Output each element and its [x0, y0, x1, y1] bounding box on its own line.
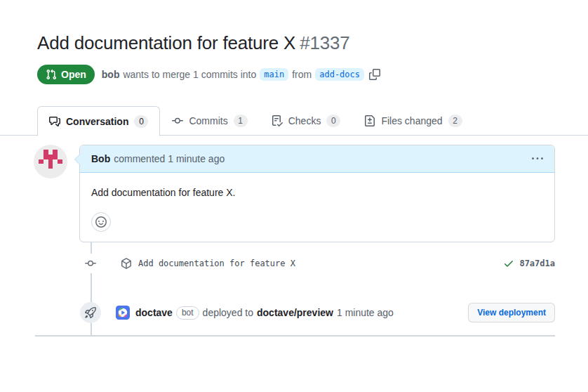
comment-body: Add documentation for feature X.	[80, 173, 554, 242]
comment-header: Bob commented 1 minute ago	[80, 145, 554, 173]
tab-checks-count: 0	[326, 115, 340, 127]
commit-row: Add documentation for feature X 87a7d1a	[35, 252, 555, 275]
tab-checks[interactable]: Checks 0	[260, 106, 353, 136]
commit-sha-link[interactable]: 87a7d1a	[519, 259, 555, 268]
status-badge: Open	[37, 65, 95, 84]
commit-message-link[interactable]: Add documentation for feature X	[138, 259, 295, 268]
check-icon[interactable]	[503, 258, 514, 269]
tab-commits[interactable]: Commits 1	[160, 106, 259, 136]
from-text: from	[292, 69, 312, 80]
smiley-icon	[95, 216, 107, 228]
deployment-app-name[interactable]: doctave	[135, 307, 173, 318]
checklist-icon	[272, 115, 283, 126]
copy-branch-button[interactable]	[369, 69, 380, 80]
tab-files-changed-label: Files changed	[381, 115, 442, 126]
pr-meta-row: Open bob wants to merge 1 commits into m…	[35, 65, 555, 84]
view-deployment-button[interactable]: View deployment	[468, 303, 555, 322]
comment-discussion-icon	[49, 116, 60, 127]
git-commit-timeline-icon	[85, 254, 96, 273]
tab-commits-label: Commits	[189, 115, 227, 126]
author-link[interactable]: bob	[102, 69, 120, 80]
deployment-action: deployed to	[203, 307, 253, 318]
comment-timestamp[interactable]: 1 minute ago	[168, 153, 225, 164]
comment-options-button[interactable]	[532, 153, 543, 164]
commit-status: 87a7d1a	[503, 258, 555, 269]
comment: Bob commented 1 minute ago Add documenta…	[79, 145, 555, 242]
rocket-icon	[80, 302, 101, 323]
comment-author[interactable]: Bob	[91, 153, 110, 164]
pr-tab-nav: Conversation 0 Commits 1 Checks 0 Files …	[35, 106, 555, 136]
tab-files-changed-count: 2	[448, 115, 462, 127]
deployment-timestamp: 1 minute ago	[337, 307, 394, 318]
add-reaction-button[interactable]	[91, 212, 111, 232]
pr-timeline: Bob commented 1 minute ago Add documenta…	[35, 145, 555, 337]
tab-files-changed[interactable]: Files changed 2	[352, 106, 474, 136]
deployment-environment: doctave/preview	[257, 307, 333, 318]
comment-text: Add documentation for feature X.	[91, 185, 543, 200]
tab-conversation[interactable]: Conversation 0	[37, 106, 160, 136]
package-icon	[121, 258, 132, 269]
kebab-horizontal-icon	[532, 153, 543, 164]
timeline-bottom-divider	[35, 335, 555, 337]
pr-number: #1337	[300, 32, 349, 53]
deployment-text: doctave bot deployed to doctave/preview …	[135, 306, 394, 320]
pr-title-text: Add documentation for feature X	[37, 32, 295, 53]
head-branch-label[interactable]: add-docs	[315, 68, 364, 81]
comment-action: commented	[114, 153, 165, 164]
page-title: Add documentation for feature X#1337	[35, 0, 555, 55]
doctave-app-avatar[interactable]	[116, 306, 130, 320]
git-pull-request-icon	[46, 69, 57, 80]
file-diff-icon	[364, 115, 375, 126]
tab-conversation-count: 0	[134, 115, 148, 128]
tab-commits-count: 1	[234, 115, 248, 127]
tab-conversation-label: Conversation	[66, 116, 128, 127]
merge-summary-text: wants to merge 1 commits into	[123, 69, 256, 80]
pr-page: Add documentation for feature X#1337 Ope…	[35, 0, 555, 337]
base-branch-label[interactable]: main	[260, 68, 288, 81]
avatar[interactable]	[34, 145, 67, 178]
tab-checks-label: Checks	[288, 115, 321, 126]
identicon-pattern	[39, 150, 62, 174]
git-commit-icon	[172, 115, 183, 126]
deployment-row: doctave bot deployed to doctave/preview …	[35, 302, 555, 323]
bot-badge: bot	[176, 306, 199, 320]
status-badge-label: Open	[61, 69, 86, 80]
copy-icon	[369, 69, 380, 80]
